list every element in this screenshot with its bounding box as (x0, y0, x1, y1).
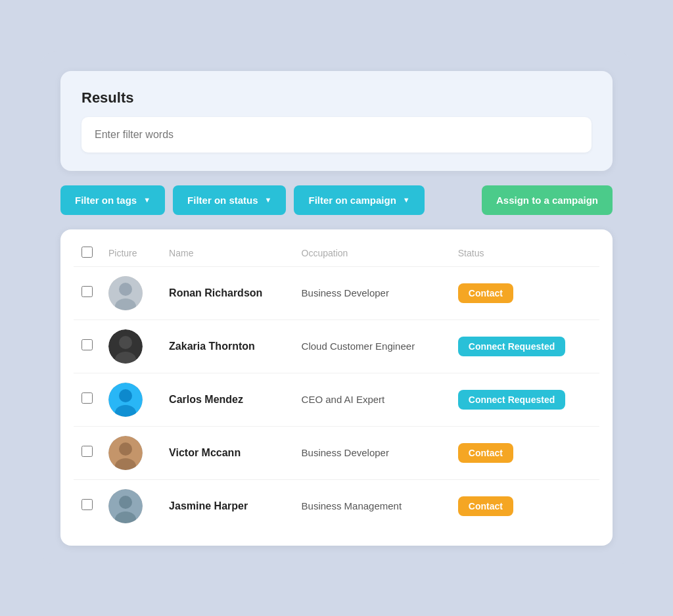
col-picture: Picture (101, 236, 161, 267)
row-checkbox[interactable] (81, 339, 93, 350)
status-badge: Contact (458, 283, 513, 303)
avatar (108, 383, 143, 417)
avatar-svg (108, 329, 143, 364)
status-badge: Connect Requested (458, 390, 565, 410)
table-row: Jasmine Harper Business Management Conta… (74, 479, 599, 533)
svg-point-10 (119, 442, 132, 456)
filter-tags-label: Filter on tags (75, 195, 137, 206)
col-checkbox (74, 236, 101, 267)
status-badge: Contact (458, 496, 513, 516)
row-status: Contact (450, 479, 599, 533)
row-occupation: Business Developer (294, 426, 450, 479)
row-checkbox-cell (74, 479, 101, 533)
row-checkbox[interactable] (81, 499, 93, 510)
svg-point-1 (119, 283, 132, 296)
avatar (108, 276, 143, 310)
row-occupation: Cloud Customer Engineer (294, 320, 450, 373)
svg-point-7 (119, 389, 132, 402)
assign-campaign-label: Assign to a campaign (496, 195, 598, 206)
avatar-svg (108, 276, 143, 310)
chevron-down-icon: ▼ (403, 196, 410, 204)
filter-buttons-row: Filter on tags ▼ Filter on status ▼ Filt… (60, 185, 613, 215)
row-checkbox[interactable] (81, 392, 93, 404)
filter-status-label: Filter on status (187, 195, 258, 206)
filter-tags-button[interactable]: Filter on tags ▼ (60, 185, 165, 215)
avatar-svg (108, 436, 143, 470)
row-checkbox-cell (74, 373, 101, 426)
row-avatar-cell (101, 266, 161, 320)
row-occupation: Business Developer (294, 266, 450, 320)
results-panel: Results (60, 71, 613, 171)
row-status: Connect Requested (450, 320, 599, 373)
avatar (108, 436, 143, 470)
table-row: Victor Mccann Business Developer Contact (74, 426, 599, 479)
svg-point-4 (119, 336, 132, 349)
row-avatar-cell (101, 426, 161, 479)
avatar-svg (108, 383, 143, 417)
row-checkbox-cell (74, 426, 101, 479)
row-avatar-cell (101, 373, 161, 426)
filter-input[interactable] (81, 117, 592, 153)
table-row: Ronan Richardson Business Developer Cont… (74, 266, 599, 320)
col-name: Name (161, 236, 293, 267)
col-status: Status (450, 236, 599, 267)
row-name: Zakaria Thornton (161, 320, 293, 373)
assign-campaign-button[interactable]: Assign to a campaign (482, 185, 613, 215)
col-occupation: Occupation (294, 236, 450, 267)
row-name: Victor Mccann (161, 426, 293, 479)
avatar (108, 489, 143, 523)
row-status: Contact (450, 426, 599, 479)
svg-point-13 (119, 496, 132, 509)
avatar-svg (108, 489, 143, 523)
status-badge: Connect Requested (458, 337, 565, 356)
table-row: Zakaria Thornton Cloud Customer Engineer… (74, 320, 599, 373)
row-occupation: CEO and AI Expert (294, 373, 450, 426)
row-name: Jasmine Harper (161, 479, 293, 533)
filter-status-button[interactable]: Filter on status ▼ (173, 185, 286, 215)
row-avatar-cell (101, 320, 161, 373)
row-name: Carlos Mendez (161, 373, 293, 426)
outer-container: Results Filter on tags ▼ Filter on statu… (41, 51, 632, 565)
filter-campaign-button[interactable]: Filter on campaign ▼ (294, 185, 424, 215)
results-title: Results (81, 89, 592, 107)
avatar (108, 329, 143, 364)
table-header-row: Picture Name Occupation Status (74, 236, 599, 267)
row-name: Ronan Richardson (161, 266, 293, 320)
row-checkbox[interactable] (81, 286, 93, 297)
row-checkbox[interactable] (81, 446, 93, 457)
filter-campaign-label: Filter on campaign (308, 195, 396, 206)
select-all-checkbox[interactable] (81, 247, 93, 258)
row-checkbox-cell (74, 320, 101, 373)
row-status: Contact (450, 266, 599, 320)
row-occupation: Business Management (294, 479, 450, 533)
results-table: Picture Name Occupation Status (74, 236, 599, 533)
table-panel: Picture Name Occupation Status (60, 229, 613, 546)
table-row: Carlos Mendez CEO and AI Expert Connect … (74, 373, 599, 426)
row-status: Connect Requested (450, 373, 599, 426)
row-avatar-cell (101, 479, 161, 533)
chevron-down-icon: ▼ (143, 196, 151, 204)
status-badge: Contact (458, 443, 513, 463)
chevron-down-icon: ▼ (265, 196, 272, 204)
row-checkbox-cell (74, 266, 101, 320)
